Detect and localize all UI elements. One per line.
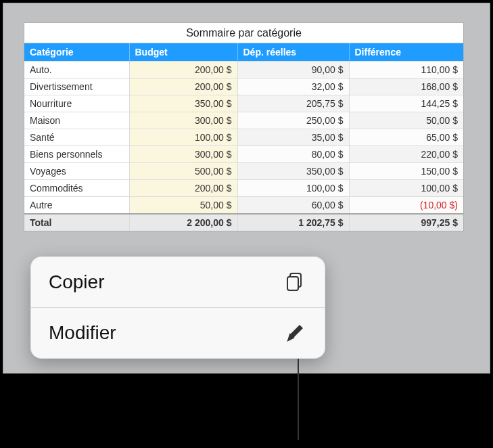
cell-budget[interactable]: 200,00 $	[129, 79, 237, 95]
callout-line	[298, 359, 299, 440]
cell-diff[interactable]: 150,00 $	[349, 163, 463, 180]
table-row[interactable]: Autre50,00 $60,00 $(10,00 $)	[24, 197, 463, 215]
cell-category[interactable]: Maison	[24, 112, 129, 129]
col-budget[interactable]: Budget	[129, 43, 237, 62]
col-actual[interactable]: Dép. réelles	[237, 43, 349, 62]
cell-budget[interactable]: 200,00 $	[129, 62, 237, 79]
table-row[interactable]: Biens personnels300,00 $80,00 $220,00 $	[24, 146, 463, 163]
menu-edit[interactable]: Modifier	[31, 307, 325, 358]
cell-diff[interactable]: 65,00 $	[349, 129, 463, 146]
cell-diff[interactable]: 110,00 $	[349, 62, 463, 79]
cell-budget[interactable]: 350,00 $	[129, 95, 237, 112]
app-canvas: Sommaire par catégorie Catégorie Budget …	[3, 3, 490, 374]
copy-icon	[284, 271, 307, 294]
cell-actual[interactable]: 350,00 $	[237, 163, 349, 180]
menu-edit-label: Modifier	[49, 322, 116, 344]
cell-budget[interactable]: 500,00 $	[129, 163, 237, 180]
table-row[interactable]: Auto.200,00 $90,00 $110,00 $	[24, 62, 463, 79]
svg-rect-1	[287, 277, 298, 290]
cell-budget[interactable]: 50,00 $	[129, 197, 237, 215]
table-row[interactable]: Voyages500,00 $350,00 $150,00 $	[24, 163, 463, 180]
cell-category[interactable]: Nourriture	[24, 95, 129, 112]
menu-copy-label: Copier	[49, 271, 104, 293]
cell-diff[interactable]: 50,00 $	[349, 112, 463, 129]
cell-category[interactable]: Divertissement	[24, 79, 129, 95]
cell-actual[interactable]: 32,00 $	[237, 79, 349, 95]
cell-diff[interactable]: (10,00 $)	[349, 197, 463, 215]
cell-actual[interactable]: 60,00 $	[237, 197, 349, 215]
table-row[interactable]: Nourriture350,00 $205,75 $144,25 $	[24, 95, 463, 112]
cell-budget[interactable]: 300,00 $	[129, 112, 237, 129]
table-row[interactable]: Commodités200,00 $100,00 $100,00 $	[24, 180, 463, 197]
cell-actual[interactable]: 80,00 $	[237, 146, 349, 163]
cell-total-budget[interactable]: 2 200,00 $	[129, 214, 237, 231]
table-header-row: Catégorie Budget Dép. réelles Différence	[24, 43, 463, 62]
summary-table: Catégorie Budget Dép. réelles Différence…	[24, 43, 463, 231]
cell-actual[interactable]: 100,00 $	[237, 180, 349, 197]
cell-category[interactable]: Autre	[24, 197, 129, 215]
cell-actual[interactable]: 205,75 $	[237, 95, 349, 112]
cell-diff[interactable]: 220,00 $	[349, 146, 463, 163]
pencil-icon	[284, 321, 307, 344]
cell-total-diff[interactable]: 997,25 $	[349, 214, 463, 231]
table-row[interactable]: Maison300,00 $250,00 $50,00 $	[24, 112, 463, 129]
summary-table-card: Sommaire par catégorie Catégorie Budget …	[24, 22, 464, 231]
col-category[interactable]: Catégorie	[24, 43, 129, 62]
cell-category[interactable]: Auto.	[24, 62, 129, 79]
cell-budget[interactable]: 200,00 $	[129, 180, 237, 197]
cell-diff[interactable]: 100,00 $	[349, 180, 463, 197]
table-row[interactable]: Divertissement200,00 $32,00 $168,00 $	[24, 79, 463, 95]
cell-category[interactable]: Commodités	[24, 180, 129, 197]
cell-actual[interactable]: 250,00 $	[237, 112, 349, 129]
cell-diff[interactable]: 168,00 $	[349, 79, 463, 95]
table-title: Sommaire par catégorie	[24, 23, 463, 43]
menu-copy[interactable]: Copier	[31, 257, 325, 307]
cell-budget[interactable]: 100,00 $	[129, 129, 237, 146]
table-total-row[interactable]: Total2 200,00 $1 202,75 $997,25 $	[24, 214, 463, 231]
cell-diff[interactable]: 144,25 $	[349, 95, 463, 112]
cell-category[interactable]: Voyages	[24, 163, 129, 180]
cell-actual[interactable]: 90,00 $	[237, 62, 349, 79]
col-diff[interactable]: Différence	[349, 43, 463, 62]
context-menu: Copier Modifier	[30, 256, 325, 359]
cell-budget[interactable]: 300,00 $	[129, 146, 237, 163]
cell-actual[interactable]: 35,00 $	[237, 129, 349, 146]
cell-total-actual[interactable]: 1 202,75 $	[237, 214, 349, 231]
table-row[interactable]: Santé100,00 $35,00 $65,00 $	[24, 129, 463, 146]
cell-total-label[interactable]: Total	[24, 214, 129, 231]
cell-category[interactable]: Biens personnels	[24, 146, 129, 163]
cell-category[interactable]: Santé	[24, 129, 129, 146]
